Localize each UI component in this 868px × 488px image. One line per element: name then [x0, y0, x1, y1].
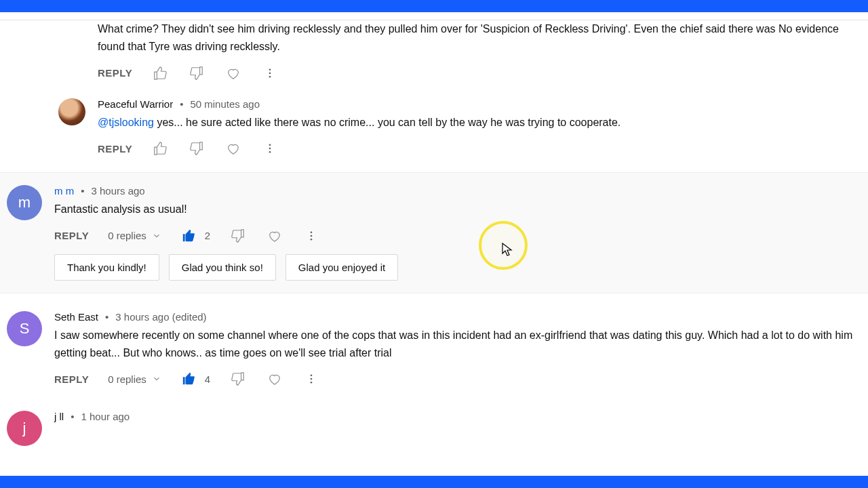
svg-point-3 [269, 144, 271, 146]
reply-button[interactable]: REPLY [98, 67, 132, 79]
heart-icon[interactable] [224, 64, 242, 82]
comment-text-body: yes... he sure acted like there was no c… [154, 117, 620, 128]
thumbs-up-icon[interactable] [151, 64, 169, 82]
comments-viewport: What crime? They didn't see him driving … [0, 12, 868, 476]
author-name[interactable]: Seth East [54, 311, 98, 323]
reply-item: Peaceful Warrior • 50 minutes ago @tjslo… [0, 90, 868, 165]
separator-dot: • [81, 185, 84, 197]
thumbs-up-icon[interactable] [180, 227, 198, 245]
reply-suggestion[interactable]: Thank you kindly! [54, 254, 159, 281]
heart-icon[interactable] [266, 370, 283, 388]
timestamp[interactable]: 50 minutes ago [190, 98, 260, 110]
svg-point-6 [311, 231, 313, 233]
timestamp[interactable]: 1 hour ago [81, 411, 130, 422]
top-blue-bar [0, 0, 868, 12]
heart-icon[interactable] [266, 227, 283, 245]
reply-suggestion[interactable]: Glad you think so! [169, 254, 276, 281]
svg-point-2 [269, 76, 271, 78]
thumbs-down-icon[interactable] [229, 227, 247, 245]
reply-button[interactable]: REPLY [54, 373, 89, 385]
like-count: 2 [205, 230, 210, 241]
replies-count-label: 0 replies [108, 373, 146, 385]
avatar[interactable]: j [7, 411, 42, 446]
like-count: 4 [205, 373, 210, 385]
more-icon[interactable] [261, 64, 279, 82]
more-icon[interactable] [261, 140, 279, 157]
replies-count-label: 0 replies [108, 230, 146, 241]
avatar[interactable] [58, 98, 85, 125]
comment-header: Seth East • 3 hours ago (edited) [54, 311, 861, 323]
thumbs-up-icon[interactable] [180, 370, 198, 388]
action-row: REPLY [98, 60, 861, 87]
reply-button[interactable]: REPLY [98, 143, 132, 155]
svg-point-10 [311, 378, 313, 380]
svg-point-5 [269, 151, 271, 153]
svg-point-8 [311, 238, 313, 240]
separator-dot: • [180, 98, 183, 110]
comment-text: I saw somewhere recently on some channel… [54, 327, 861, 363]
svg-point-4 [269, 148, 271, 150]
avatar[interactable]: m [7, 185, 42, 220]
comment-text: Fantastic analysis as usual! [54, 201, 861, 218]
timestamp[interactable]: 3 hours ago [91, 185, 144, 197]
comment-text: @tjslooking yes... he sure acted like th… [98, 114, 861, 131]
like-group: 4 [180, 370, 210, 388]
action-row: REPLY 0 replies 2 [54, 223, 861, 250]
separator-dot: • [71, 411, 74, 422]
mention[interactable]: @tjslooking [98, 117, 154, 128]
reply-item: What crime? They didn't see him driving … [0, 20, 868, 90]
comment-item: j j ll • 1 hour ago [0, 403, 868, 449]
heart-icon[interactable] [224, 140, 242, 157]
author-name[interactable]: m m [54, 185, 74, 197]
thumbs-up-icon[interactable] [151, 140, 169, 157]
like-group: 2 [180, 227, 210, 245]
svg-point-7 [311, 235, 313, 237]
thumbs-down-icon[interactable] [188, 64, 205, 82]
comment-item: S Seth East • 3 hours ago (edited) I saw… [0, 303, 868, 396]
reply-suggestion[interactable]: Glad you enjoyed it [285, 254, 398, 281]
svg-point-9 [311, 375, 313, 377]
avatar[interactable]: S [7, 311, 42, 346]
comment-header: m m • 3 hours ago [54, 185, 861, 197]
header-strip [0, 12, 868, 20]
more-icon[interactable] [302, 227, 320, 245]
comment-item-highlighted: m m m • 3 hours ago Fantastic analysis a… [0, 172, 868, 293]
svg-point-1 [269, 72, 271, 74]
chevron-down-icon [152, 374, 161, 384]
thumbs-down-icon[interactable] [229, 370, 247, 388]
svg-point-0 [269, 68, 271, 70]
avatar-letter: S [20, 320, 30, 338]
comment-header: j ll • 1 hour ago [54, 411, 861, 422]
comment-text: What crime? They didn't see him driving … [98, 20, 861, 56]
replies-toggle[interactable]: 0 replies [108, 230, 161, 241]
timestamp[interactable]: 3 hours ago (edited) [115, 311, 206, 323]
author-name[interactable]: Peaceful Warrior [98, 98, 173, 110]
chevron-down-icon [152, 231, 161, 241]
bottom-blue-bar [0, 476, 868, 488]
action-row: REPLY 0 replies 4 [54, 366, 861, 393]
replies-toggle[interactable]: 0 replies [108, 373, 161, 385]
author-name[interactable]: j ll [54, 411, 64, 422]
separator-dot: • [105, 311, 108, 323]
avatar-letter: m [18, 194, 31, 211]
reply-button[interactable]: REPLY [54, 230, 89, 241]
svg-point-11 [311, 382, 313, 384]
avatar-letter: j [23, 420, 26, 437]
thumbs-down-icon[interactable] [188, 140, 205, 157]
comment-header: Peaceful Warrior • 50 minutes ago [98, 98, 861, 110]
action-row: REPLY [98, 136, 861, 163]
more-icon[interactable] [302, 370, 320, 388]
suggestion-row: Thank you kindly! Glad you think so! Gla… [54, 250, 861, 281]
